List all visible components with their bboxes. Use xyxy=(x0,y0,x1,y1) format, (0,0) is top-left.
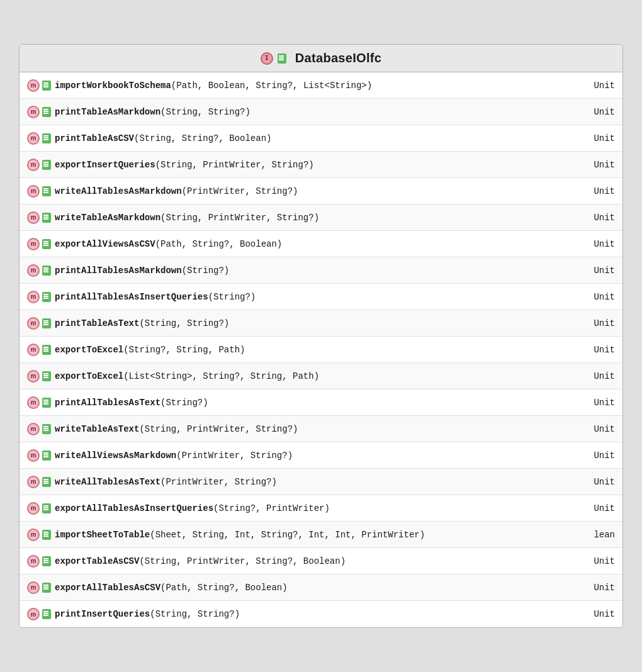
method-row[interactable]: mprintAllTablesAsInsertQueries(String?)U… xyxy=(20,284,622,310)
method-badge-m: m xyxy=(27,291,40,303)
method-badge-m: m xyxy=(27,344,40,356)
method-return-type: lean xyxy=(580,530,615,540)
method-name: printTableAsText(String, String?) xyxy=(55,318,573,328)
method-return-type: Unit xyxy=(580,424,615,434)
method-row[interactable]: mwriteAllTablesAsText(PrintWriter, Strin… xyxy=(20,469,622,495)
method-name: printTableAsCSV(String, String?, Boolean… xyxy=(55,133,573,143)
method-name: printInsertQueries(String, String?) xyxy=(55,609,573,619)
panel-header: I DatabaseIOlfc xyxy=(20,45,622,72)
method-name: printAllTablesAsInsertQueries(String?) xyxy=(55,292,573,302)
method-return-type: Unit xyxy=(580,345,615,355)
method-name: writeAllViewsAsMarkdown(PrintWriter, Str… xyxy=(55,451,573,461)
method-row[interactable]: mexportAllTablesAsInsertQueries(String?,… xyxy=(20,495,622,522)
method-name: exportAllTablesAsCSV(Path, String?, Bool… xyxy=(55,583,573,593)
method-name: printAllTablesAsMarkdown(String?) xyxy=(55,266,573,276)
method-row[interactable]: mexportAllViewsAsCSV(Path, String?, Bool… xyxy=(20,231,622,257)
method-list: mimportWorkbookToSchema(Path, Boolean, S… xyxy=(20,72,622,627)
method-badge-green xyxy=(42,318,51,328)
method-badge-green xyxy=(42,266,51,276)
method-badge-m: m xyxy=(27,476,40,488)
method-name: importWorkbookToSchema(Path, Boolean, St… xyxy=(55,81,573,91)
method-name: printTableAsMarkdown(String, String?) xyxy=(55,107,573,117)
class-icon: I xyxy=(261,52,273,65)
method-name: importSheetToTable(Sheet, String, Int, S… xyxy=(55,530,573,540)
method-row[interactable]: mexportAllTablesAsCSV(Path, String?, Boo… xyxy=(20,574,622,601)
method-badge-m: m xyxy=(27,581,40,594)
method-name: exportToExcel(String?, String, Path) xyxy=(55,345,573,355)
method-badge-green xyxy=(42,371,51,381)
method-badge-m: m xyxy=(27,529,40,541)
method-row[interactable]: mprintTableAsMarkdown(String, String?)Un… xyxy=(20,99,622,125)
method-badge-m: m xyxy=(27,159,40,171)
method-return-type: Unit xyxy=(580,266,615,276)
method-badge-green xyxy=(42,345,51,355)
method-return-type: Unit xyxy=(580,292,615,302)
method-row[interactable]: mexportTableAsCSV(String, PrintWriter, S… xyxy=(20,548,622,574)
method-row[interactable]: mexportInsertQueries(String, PrintWriter… xyxy=(20,152,622,178)
method-badge-m: m xyxy=(27,608,40,620)
method-badge-m: m xyxy=(27,370,40,383)
method-badge-m: m xyxy=(27,106,40,118)
method-row[interactable]: mwriteTableAsMarkdown(String, PrintWrite… xyxy=(20,204,622,231)
method-row[interactable]: mprintTableAsCSV(String, String?, Boolea… xyxy=(20,125,622,152)
method-badge-m: m xyxy=(27,238,40,250)
method-badge-m: m xyxy=(27,211,40,224)
method-row[interactable]: mprintAllTablesAsText(String?)Unit xyxy=(20,389,622,416)
method-badge-green xyxy=(42,81,51,91)
method-badge-m: m xyxy=(27,423,40,435)
method-badge-green xyxy=(42,530,51,540)
method-return-type: Unit xyxy=(580,186,615,196)
method-row[interactable]: mexportToExcel(String?, String, Path)Uni… xyxy=(20,337,622,363)
method-badge-m: m xyxy=(27,79,40,92)
method-name: printAllTablesAsText(String?) xyxy=(55,398,573,408)
method-return-type: Unit xyxy=(580,398,615,408)
method-return-type: Unit xyxy=(580,239,615,249)
class-title: DatabaseIOlfc xyxy=(295,51,381,65)
method-badge-green xyxy=(42,133,51,143)
method-badge-m: m xyxy=(27,396,40,409)
method-name: writeTableAsMarkdown(String, PrintWriter… xyxy=(55,213,573,223)
class-panel: I DatabaseIOlfc mimportWorkbookToSchema(… xyxy=(19,44,623,628)
method-row[interactable]: mprintTableAsText(String, String?)Unit xyxy=(20,310,622,337)
method-badge-green xyxy=(42,477,51,487)
method-badge-green xyxy=(42,556,51,566)
method-badge-green xyxy=(42,186,51,196)
method-return-type: Unit xyxy=(580,609,615,619)
method-row[interactable]: mprintInsertQueries(String, String?)Unit xyxy=(20,601,622,627)
method-badge-green xyxy=(42,213,51,223)
method-badge-green xyxy=(42,160,51,170)
method-name: writeTableAsText(String, PrintWriter, St… xyxy=(55,424,573,434)
method-badge-m: m xyxy=(27,264,40,277)
method-row[interactable]: mwriteAllViewsAsMarkdown(PrintWriter, St… xyxy=(20,442,622,469)
method-name: exportAllTablesAsInsertQueries(String?, … xyxy=(55,503,573,513)
method-return-type: Unit xyxy=(580,107,615,117)
method-name: exportAllViewsAsCSV(Path, String?, Boole… xyxy=(55,239,573,249)
method-name: exportTableAsCSV(String, PrintWriter, St… xyxy=(55,556,573,566)
method-badge-green xyxy=(42,609,51,619)
method-row[interactable]: mimportSheetToTable(Sheet, String, Int, … xyxy=(20,522,622,548)
method-return-type: Unit xyxy=(580,477,615,487)
method-return-type: Unit xyxy=(580,503,615,513)
method-row[interactable]: mimportWorkbookToSchema(Path, Boolean, S… xyxy=(20,72,622,99)
method-name: exportInsertQueries(String, PrintWriter,… xyxy=(55,160,573,170)
method-badge-m: m xyxy=(27,449,40,462)
method-name: writeAllTablesAsMarkdown(PrintWriter, St… xyxy=(55,186,573,196)
method-return-type: Unit xyxy=(580,133,615,143)
method-return-type: Unit xyxy=(580,81,615,91)
method-return-type: Unit xyxy=(580,556,615,566)
method-badge-green xyxy=(42,107,51,117)
method-row[interactable]: mwriteAllTablesAsMarkdown(PrintWriter, S… xyxy=(20,178,622,204)
method-row[interactable]: mprintAllTablesAsMarkdown(String?)Unit xyxy=(20,257,622,284)
method-return-type: Unit xyxy=(580,583,615,593)
method-return-type: Unit xyxy=(580,213,615,223)
method-return-type: Unit xyxy=(580,318,615,328)
method-badge-m: m xyxy=(27,317,40,330)
method-row[interactable]: mexportToExcel(List<String>, String?, St… xyxy=(20,363,622,389)
method-name: writeAllTablesAsText(PrintWriter, String… xyxy=(55,477,573,487)
method-badge-m: m xyxy=(27,502,40,515)
method-return-type: Unit xyxy=(580,160,615,170)
method-badge-green xyxy=(42,424,51,434)
method-badge-green xyxy=(42,398,51,408)
method-row[interactable]: mwriteTableAsText(String, PrintWriter, S… xyxy=(20,416,622,442)
method-badge-green xyxy=(42,292,51,302)
